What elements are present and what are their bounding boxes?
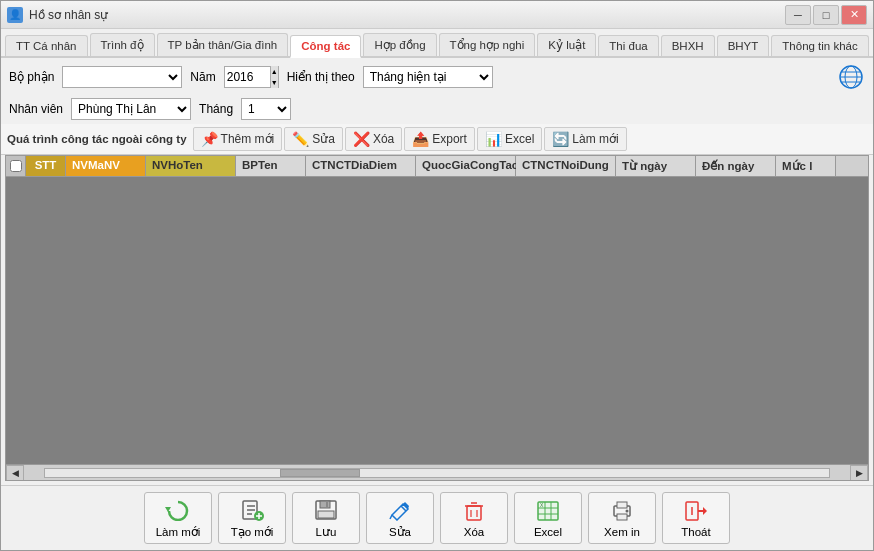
minimize-button[interactable]: ─ [785,5,811,25]
filter-area-2: Nhân viên Phùng Thị Lân Tháng 1234 5678 … [1,96,873,124]
title-bar: 👤 Hồ sơ nhân sự ─ □ ✕ [1,1,873,29]
bottom-thoat-icon [682,499,710,523]
sua-icon: ✏️ [292,131,309,147]
close-button[interactable]: ✕ [841,5,867,25]
bottom-tao-moi-button[interactable]: Tạo mới [218,492,286,544]
main-window: 👤 Hồ sơ nhân sự ─ □ ✕ TT Cá nhânTrình độ… [0,0,874,551]
thang-label: Tháng [199,102,233,116]
xoa-toolbar-button[interactable]: ❌ Xóa [345,127,402,151]
scroll-track[interactable] [44,468,830,478]
tab-thong-tin-khac[interactable]: Thông tin khác [771,35,868,56]
bottom-sua-label: Sửa [389,525,411,539]
export-icon: 📤 [412,131,429,147]
hien-thi-theo-select[interactable]: Tháng hiện tại Tất cả Năm hiện tại [363,66,493,88]
toolbar-section-label: Quá trình công tác ngoài công ty [7,133,187,145]
nam-spin-up[interactable]: ▲ [270,66,278,77]
hien-thi-theo-label: Hiển thị theo [287,70,355,84]
bo-phan-select[interactable] [62,66,182,88]
tab-hop-dong[interactable]: Hợp đồng [363,33,436,56]
filter-area: Bộ phận Năm ▲ ▼ Hiển thị theo Tháng hiện… [1,58,873,96]
lam-moi-icon: 🔄 [552,131,569,147]
svg-rect-15 [318,511,334,518]
header-nvmanv: NVMaNV [66,156,146,176]
main-toolbar: Quá trình công tác ngoài công ty 📌 Thêm … [1,124,873,155]
nam-spinner: ▲ ▼ [224,66,279,88]
excel-toolbar-button[interactable]: 📊 Excel [477,127,542,151]
scroll-thumb[interactable] [280,469,360,477]
table-header: STT NVMaNV NVHoTen BPTen CTNCTDiaDiem Qu… [6,156,868,177]
tab-thi-dua[interactable]: Thi đua [598,35,658,56]
bottom-xem-in-icon [608,499,636,523]
header-checkbox [6,156,26,176]
nam-label: Năm [190,70,215,84]
bottom-sua-button[interactable]: Sửa [366,492,434,544]
select-all-checkbox[interactable] [10,160,22,172]
bottom-thoat-label: Thoát [681,526,710,538]
xoa-label: Xóa [373,132,394,146]
header-noidung: CTNCTNoiDung [516,156,616,176]
nhan-vien-label: Nhân viên [9,102,63,116]
scroll-right-arrow[interactable]: ▶ [850,465,868,481]
bottom-excel-button[interactable]: X Excel [514,492,582,544]
tab-bar: TT Cá nhânTrình độTP bản thân/Gia đìnhCô… [1,29,873,58]
globe-icon [837,63,865,91]
header-tungay: Từ ngày [616,156,696,176]
bottom-xem-in-button[interactable]: Xem in [588,492,656,544]
tab-tong-hop-nghi[interactable]: Tổng hợp nghi [439,33,536,56]
svg-marker-36 [703,507,707,515]
header-quocGia: QuocGiaCongTac [416,156,516,176]
header-muc: Mức l [776,156,836,176]
svg-rect-32 [617,514,627,520]
scroll-left-arrow[interactable]: ◀ [6,465,24,481]
nam-spin-down[interactable]: ▼ [270,77,278,88]
maximize-button[interactable]: □ [813,5,839,25]
bottom-xoa-icon [460,499,488,523]
header-stt: STT [26,156,66,176]
svg-point-33 [626,509,629,512]
svg-rect-19 [467,506,481,520]
tab-ky-luat[interactable]: Kỷ luật [537,33,596,56]
bottom-lam-moi-label: Làm mới [156,525,201,539]
svg-rect-14 [320,501,330,508]
xoa-icon: ❌ [353,131,370,147]
bottom-thoat-button[interactable]: Thoát [662,492,730,544]
table-container: STT NVMaNV NVHoTen BPTen CTNCTDiaDiem Qu… [5,155,869,481]
tab-bhxh[interactable]: BHXH [661,35,715,56]
bottom-luu-label: Lưu [316,525,337,539]
tab-tt-ca-nhan[interactable]: TT Cá nhân [5,35,88,56]
export-button[interactable]: 📤 Export [404,127,475,151]
window-title: Hồ sơ nhân sự [29,8,785,22]
excel-icon: 📊 [485,131,502,147]
sua-toolbar-button[interactable]: ✏️ Sửa [284,127,343,151]
lam-moi-toolbar-button[interactable]: 🔄 Làm mới [544,127,626,151]
bottom-xem-in-label: Xem in [604,526,640,538]
tab-trinh-do[interactable]: Trình độ [90,33,155,56]
bottom-toolbar: Làm mới Tạo mới [1,485,873,550]
export-label: Export [432,132,467,146]
nam-input[interactable] [225,67,270,87]
table-body [6,177,868,464]
header-bpten: BPTen [236,156,306,176]
window-controls: ─ □ ✕ [785,5,867,25]
bottom-sua-icon [386,498,414,522]
svg-line-18 [390,515,392,519]
bottom-tao-moi-label: Tạo mới [231,525,274,539]
thang-select[interactable]: 1234 5678 9101112 [241,98,291,120]
bottom-xoa-button[interactable]: Xóa [440,492,508,544]
lam-moi-label: Làm mới [572,132,618,146]
bottom-lam-moi-icon [164,498,192,522]
nhan-vien-select[interactable]: Phùng Thị Lân [71,98,191,120]
bottom-xoa-label: Xóa [464,526,484,538]
bo-phan-label: Bộ phận [9,70,54,84]
them-moi-button[interactable]: 📌 Thêm mới [193,127,283,151]
tab-cong-tac[interactable]: Công tác [290,35,361,58]
tab-bhyt[interactable]: BHYT [717,35,770,56]
header-nvhoten: NVHoTen [146,156,236,176]
header-denngay: Đến ngày [696,156,776,176]
tab-tp-ban-than[interactable]: TP bản thân/Gia đình [157,33,289,56]
bottom-tao-moi-icon [238,498,266,522]
horizontal-scrollbar[interactable]: ◀ ▶ [6,464,868,480]
bottom-luu-button[interactable]: Lưu [292,492,360,544]
bottom-lam-moi-button[interactable]: Làm mới [144,492,212,544]
sua-label: Sửa [312,132,335,146]
